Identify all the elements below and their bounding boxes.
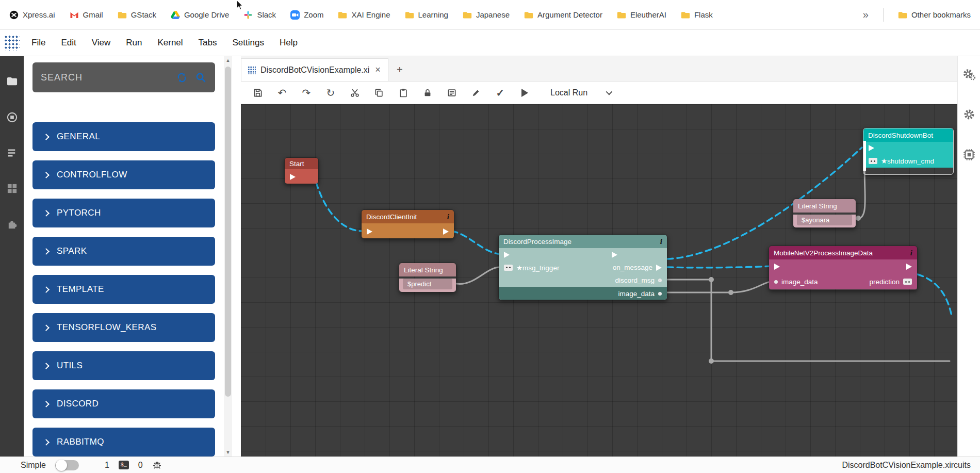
bookmark-japanese[interactable]: Japanese <box>463 10 510 20</box>
port-msg-trigger[interactable]: ★msg_trigger <box>504 264 559 272</box>
search-input[interactable] <box>41 72 169 83</box>
bookmarks-overflow-button[interactable]: » <box>863 9 869 21</box>
chip-icon[interactable] <box>962 148 976 161</box>
table-of-contents-icon[interactable] <box>6 147 18 159</box>
category-template[interactable]: TEMPLATE <box>32 275 215 304</box>
node-discord-shutdown-bot[interactable]: DiscordShutdownBot ★shutdown_cmd <box>863 128 954 175</box>
bug-icon[interactable] <box>152 460 162 470</box>
menu-view[interactable]: View <box>84 38 119 48</box>
port-image-data[interactable]: image_data <box>618 290 662 298</box>
node-literal-ayonara[interactable]: Literal String $ayonara <box>793 199 856 228</box>
node-mobilenet-process-image-data[interactable]: MobileNetV2ProcessImageData i image_data <box>769 246 918 290</box>
edit-pencil-icon[interactable] <box>470 87 482 99</box>
flow-in-port[interactable] <box>367 229 372 235</box>
category-pytorch[interactable]: PYTORCH <box>32 199 215 227</box>
tab-discordbotcvision[interactable]: DiscordBotCVisionExample.xi × <box>241 58 388 81</box>
bookmark-gmail[interactable]: Gmail <box>70 10 103 20</box>
port-on-message[interactable]: on_message <box>613 264 662 271</box>
paste-icon[interactable] <box>398 87 409 99</box>
other-bookmarks-button[interactable]: Other bookmarks <box>898 10 971 20</box>
copy-icon[interactable] <box>373 87 385 99</box>
reload-icon[interactable] <box>325 87 336 99</box>
run-play-icon[interactable] <box>519 87 530 99</box>
run-mode-dropdown[interactable]: Local Run <box>550 88 611 97</box>
node-discord-process-image[interactable]: DiscordProcessImage i ★msg_trigger <box>498 234 667 300</box>
category-general[interactable]: GENERAL <box>32 122 215 151</box>
flow-in-port[interactable] <box>504 252 510 258</box>
category-utils[interactable]: UTILS <box>32 351 215 380</box>
info-icon[interactable]: i <box>657 238 662 246</box>
flow-out-port[interactable] <box>443 229 449 235</box>
bookmark-eleutherai[interactable]: EleutherAI <box>617 10 666 20</box>
puzzle-extensions-icon[interactable] <box>6 218 18 230</box>
workflow-canvas[interactable]: Start DiscordClientInit i <box>241 104 957 456</box>
undo-icon[interactable] <box>276 87 288 99</box>
extension-grid-icon[interactable] <box>6 183 18 194</box>
info-icon[interactable]: i <box>907 249 912 257</box>
menu-file[interactable]: File <box>24 38 53 48</box>
kernel-count: 1 <box>105 461 109 470</box>
tab-close-button[interactable]: × <box>374 64 382 75</box>
google-drive-icon <box>171 10 180 20</box>
bookmark-slack[interactable]: Slack <box>243 10 276 20</box>
port-prediction-out[interactable]: prediction <box>869 278 912 286</box>
bookmark-xai-engine[interactable]: XAI Engine <box>338 10 390 20</box>
lock-icon[interactable] <box>422 87 433 99</box>
bookmark-xpressai[interactable]: Xpress.ai <box>9 10 55 20</box>
category-spark[interactable]: SPARK <box>32 237 215 266</box>
category-controlflow[interactable]: CONTROLFLOW <box>32 160 215 189</box>
menu-run[interactable]: Run <box>118 38 150 48</box>
bookmark-learning[interactable]: Learning <box>405 10 448 20</box>
info-icon[interactable]: i <box>444 213 449 221</box>
xpressai-logo-icon <box>9 10 19 20</box>
redo-icon[interactable] <box>301 87 312 99</box>
flow-in-port[interactable] <box>869 145 874 151</box>
node-discord-client-init[interactable]: DiscordClientInit i <box>361 209 454 239</box>
compile-check-icon[interactable] <box>495 87 506 99</box>
flow-out-port[interactable] <box>290 174 296 180</box>
bookmark-zoom[interactable]: Zoom <box>290 10 323 20</box>
chevron-right-icon <box>43 363 50 369</box>
bookmark-flask[interactable]: Flask <box>681 10 713 20</box>
menu-kernel[interactable]: Kernel <box>150 38 190 48</box>
category-discord[interactable]: DISCORD <box>32 389 215 418</box>
node-start[interactable]: Start <box>284 157 319 184</box>
menu-edit[interactable]: Edit <box>53 38 84 48</box>
flow-out-port[interactable] <box>612 252 617 258</box>
search-icon[interactable] <box>195 72 207 84</box>
flow-in-port[interactable] <box>774 264 780 270</box>
bookmark-argument-detector[interactable]: Argument Detector <box>524 10 602 20</box>
menu-settings[interactable]: Settings <box>225 38 272 48</box>
scroll-down-arrow[interactable]: ▼ <box>224 448 232 456</box>
tab-bar: DiscordBotCVisionExample.xi × + <box>241 56 957 81</box>
scroll-up-arrow[interactable]: ▲ <box>224 56 232 64</box>
category-rabbitmq[interactable]: RABBITMQ <box>32 428 215 456</box>
bookmark-google-drive[interactable]: Google Drive <box>171 10 230 20</box>
new-tab-button[interactable]: + <box>388 58 411 81</box>
file-browser-icon[interactable] <box>6 76 18 88</box>
node-literal-predict[interactable]: Literal String $predict <box>399 263 456 292</box>
category-tensorflow-keras[interactable]: TENSORFLOW_KERAS <box>32 313 215 342</box>
activity-bar <box>0 56 24 456</box>
running-sessions-icon[interactable] <box>6 111 18 123</box>
bookmark-label: Flask <box>694 10 713 19</box>
save-icon[interactable] <box>252 87 264 99</box>
cut-icon[interactable] <box>349 87 361 99</box>
scrollbar-thumb[interactable] <box>225 67 231 397</box>
port-discord-msg[interactable]: discord_msg <box>615 276 662 284</box>
menu-tabs[interactable]: Tabs <box>191 38 225 48</box>
category-label: UTILS <box>57 361 83 371</box>
refresh-icon[interactable] <box>176 72 188 84</box>
terminal-icon[interactable]: $_ <box>119 461 129 469</box>
port-box-icon <box>869 158 877 164</box>
port-image-data-in[interactable]: image_data <box>774 278 818 286</box>
gear-icon[interactable] <box>962 108 976 121</box>
port-shutdown-cmd[interactable]: ★shutdown_cmd <box>869 157 934 165</box>
flow-out-port[interactable] <box>906 264 912 270</box>
log-icon[interactable] <box>446 87 458 99</box>
gears-icon[interactable] <box>962 68 976 81</box>
menu-help[interactable]: Help <box>272 38 305 48</box>
bookmark-gstack[interactable]: GStack <box>118 10 156 20</box>
simple-mode-toggle[interactable] <box>55 460 79 470</box>
workspace: GENERAL CONTROLFLOW PYTORCH SPARK TEMPLA… <box>0 56 980 456</box>
